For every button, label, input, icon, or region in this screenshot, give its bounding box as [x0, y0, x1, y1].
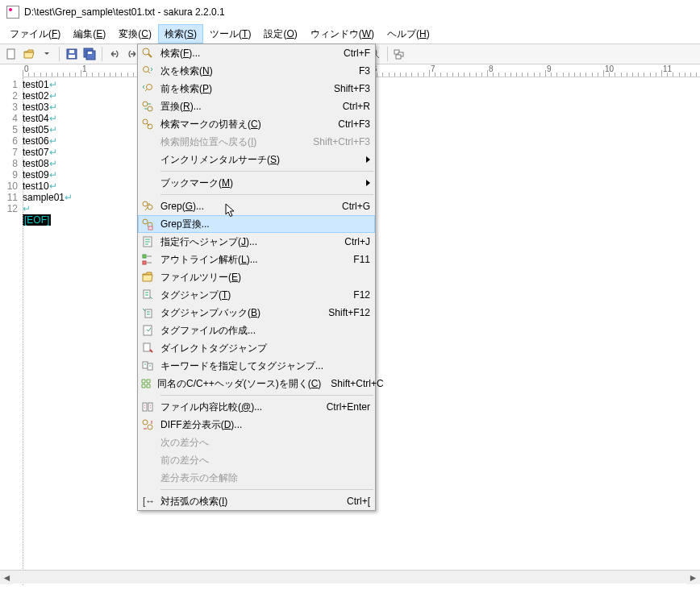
svg-point-19 [148, 205, 152, 210]
menu-item[interactable]: ダイレクトタグジャンプ [138, 339, 375, 357]
svg-rect-2 [69, 50, 74, 53]
menu-s[interactable]: 検索(S) [158, 24, 203, 44]
menu-item[interactable]: ファイルツリー(E) [138, 268, 375, 286]
directtag-icon [140, 340, 156, 356]
menu-item-shortcut: Ctrl+Enter [327, 401, 370, 413]
save-all-button[interactable] [81, 46, 98, 62]
menu-item-label: Grep(G)... [160, 201, 332, 212]
menu-item-shortcut: Ctrl+F3 [338, 118, 370, 130]
menu-item[interactable]: 指定行へジャンプ(J)...Ctrl+J [138, 233, 375, 251]
svg-rect-31 [148, 363, 152, 370]
menu-item-shortcut: Shift+F12 [328, 307, 370, 318]
window-title: D:\test\Grep_sample\test01.txt - sakura … [24, 6, 225, 18]
svg-rect-22 [148, 226, 152, 230]
menu-item[interactable]: 検索マークの切替え(C)Ctrl+F3 [138, 115, 375, 133]
menu-item-label: 次を検索(N) [160, 64, 349, 78]
horizontal-scrollbar[interactable]: ◄ ► [0, 570, 700, 583]
menu-e[interactable]: 編集(E) [67, 24, 112, 44]
menu-item[interactable]: タグジャンプバック(B)Shift+F12 [138, 304, 375, 322]
line-number: 5 [0, 124, 18, 135]
menu-item[interactable]: ブックマーク(M) [138, 174, 375, 192]
menu-item-shortcut: Shift+Ctrl+F3 [313, 136, 370, 147]
svg-rect-0 [7, 49, 15, 59]
menu-item-shortcut: Ctrl+G [342, 201, 370, 212]
menu-item[interactable]: アウトライン解析(L)...F11 [138, 251, 375, 268]
replace-icon [140, 98, 156, 114]
undo-button[interactable] [106, 46, 123, 62]
menu-item-shortcut: F12 [353, 289, 370, 301]
menu-item-shortcut: Shift+Ctrl+C [331, 378, 383, 389]
svg-rect-32 [143, 403, 147, 411]
menu-item[interactable]: 置換(R)...Ctrl+R [138, 98, 375, 115]
svg-text:[↔]: [↔] [143, 496, 154, 507]
dropdown-arrow[interactable] [39, 46, 55, 62]
filetree-icon [140, 269, 156, 285]
menu-item[interactable]: 検索(F)...Ctrl+F [138, 44, 375, 62]
menu-item-label: ファイルツリー(E) [160, 271, 370, 284]
tagjump-icon [140, 287, 156, 303]
menu-item: 差分表示の全解除 [138, 469, 375, 487]
menu-item[interactable]: DIFF差分表示(D)... [138, 416, 375, 434]
menu-item-label: 検索開始位置へ戻る(I) [160, 135, 303, 149]
menu-item[interactable]: ファイル内容比較(@)...Ctrl+Enter [138, 398, 375, 416]
menu-item[interactable]: 次を検索(N)F3 [138, 62, 375, 80]
menu-w[interactable]: ウィンドウ(W) [304, 24, 381, 44]
diff-icon [140, 417, 156, 433]
menu-item-label: Grep置換... [160, 218, 370, 231]
menu-c[interactable]: 変換(C) [112, 24, 158, 44]
find-prev-icon [140, 81, 156, 97]
menu-o[interactable]: 設定(O) [257, 24, 303, 44]
eof-marker: [EOF] [23, 214, 51, 226]
menu-item[interactable]: タグファイルの作成... [138, 322, 375, 339]
submenu-arrow-icon [366, 180, 370, 186]
save-button[interactable] [64, 46, 80, 62]
menu-item[interactable]: インクリメンタルサーチ(S) [138, 151, 375, 168]
tagback-icon [140, 305, 156, 321]
menu-item-label: 指定行へジャンプ(J)... [160, 235, 335, 249]
menu-item[interactable]: 同名のC/C++ヘッダ(ソース)を開く(C)Shift+Ctrl+C [138, 375, 375, 392]
menu-item-shortcut: F11 [353, 254, 370, 265]
line-number: 8 [0, 158, 18, 169]
menu-item[interactable]: Grep(G)...Ctrl+G [138, 197, 375, 215]
menu-item-label: アウトライン解析(L)... [160, 253, 344, 267]
menu-item[interactable]: 前を検索(P)Shift+F3 [138, 80, 375, 98]
line-number: 4 [0, 113, 18, 124]
line-number: 1 [0, 79, 18, 90]
menu-item: 前の差分へ [138, 451, 375, 469]
blank-icon [140, 152, 156, 168]
title-bar: D:\test\Grep_sample\test01.txt - sakura … [0, 0, 700, 24]
menu-item[interactable]: [↔]対括弧の検索(I)Ctrl+[ [138, 492, 375, 510]
find-next-icon [140, 63, 156, 79]
svg-rect-30 [143, 362, 148, 368]
menu-item[interactable]: タグジャンプ(T)F12 [138, 286, 375, 304]
grep-icon [140, 198, 156, 214]
menu-separator [160, 194, 373, 195]
line-number: 7 [0, 147, 18, 158]
menu-item-shortcut: Ctrl+[ [347, 496, 370, 507]
window-list-icon[interactable] [392, 46, 408, 62]
header-icon [140, 376, 152, 392]
menu-item-shortcut: Ctrl+R [343, 101, 370, 112]
menu-item-label: インクリメンタルサーチ(S) [160, 153, 361, 167]
search-menu-popup: 検索(F)...Ctrl+F次を検索(N)F3前を検索(P)Shift+F3置換… [137, 44, 376, 511]
menu-item-label: タグファイルの作成... [160, 324, 370, 338]
menu-item-label: 対括弧の検索(I) [160, 495, 337, 508]
svg-rect-25 [143, 261, 146, 264]
menu-t[interactable]: ツール(T) [203, 24, 257, 44]
menu-item-label: ダイレクトタグジャンプ [160, 342, 370, 355]
scroll-left-button[interactable]: ◄ [0, 571, 14, 584]
menu-item[interactable]: Grep置換... [138, 215, 375, 233]
menu-item[interactable]: キーワードを指定してタグジャンプ... [138, 357, 375, 375]
menu-f[interactable]: ファイル(F) [3, 24, 67, 44]
open-file-button[interactable] [21, 46, 37, 62]
blank-icon [140, 452, 156, 468]
new-file-button[interactable] [3, 46, 19, 62]
menu-h[interactable]: ヘルプ(H) [381, 24, 436, 44]
svg-rect-27 [145, 309, 152, 318]
find-icon [140, 45, 156, 61]
svg-rect-6 [88, 52, 92, 54]
grep-replace-icon [140, 216, 156, 232]
scroll-right-button[interactable]: ► [686, 571, 700, 584]
menu-separator [160, 489, 373, 490]
menu-separator [160, 395, 373, 396]
